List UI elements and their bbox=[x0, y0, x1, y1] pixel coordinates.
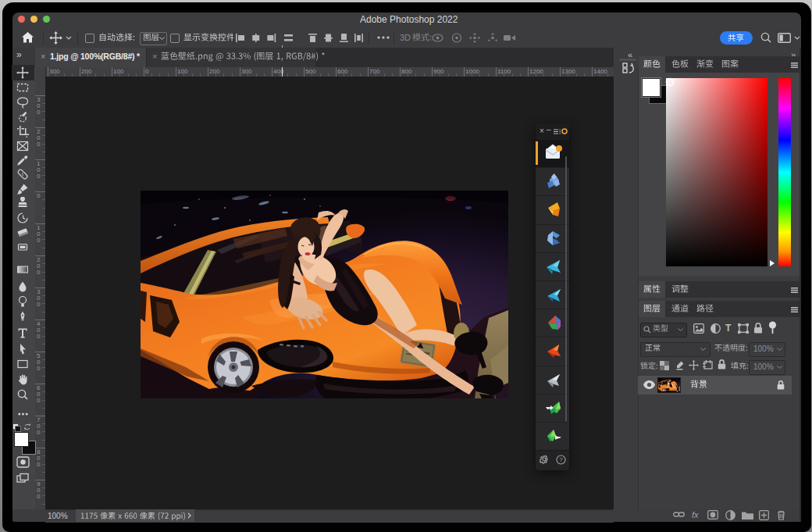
svg-text:?: ? bbox=[559, 456, 563, 463]
